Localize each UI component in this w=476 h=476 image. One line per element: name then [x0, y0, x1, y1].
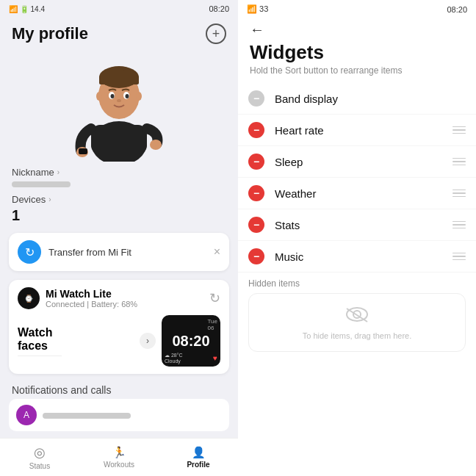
notif-icon: A [16, 405, 37, 425]
music-drag-handle[interactable] [452, 253, 466, 261]
time-right: 08:20 [447, 5, 467, 14]
watch-date: Tue06 [208, 318, 218, 331]
widget-stats[interactable]: − Stats [238, 209, 476, 241]
widget-band-display[interactable]: − Band display [238, 83, 476, 115]
drag-line [452, 256, 466, 257]
music-label: Music [275, 250, 452, 263]
transfer-close-button[interactable]: × [214, 245, 220, 259]
profile-info: Nickname › Devices › 1 [0, 162, 238, 227]
svg-point-4 [150, 140, 162, 150]
device-name: Mi Watch Lite [46, 288, 137, 300]
watch-faces-label: Watchfaces [18, 320, 134, 362]
watch-preview: Tue06 08:20 ☁ 28°CCloudy ♥ [162, 315, 220, 367]
nickname-value-blur [12, 181, 71, 187]
hidden-icon [344, 305, 370, 328]
stats-drag-handle[interactable] [452, 221, 466, 229]
weather-remove-btn[interactable]: − [248, 185, 264, 201]
hidden-drop-zone: To hide items, drag them here. [248, 293, 466, 352]
bottom-nav: ◎ Status 🏃 Workouts 👤 Profile [0, 438, 238, 476]
nickname-label: Nickname [12, 167, 54, 178]
drag-line [452, 133, 466, 134]
device-status: Connected | Battery: 68% [46, 300, 137, 309]
avatar-svg [75, 48, 163, 162]
status-icon: ◎ [34, 444, 46, 461]
devices-row[interactable]: Devices › [12, 192, 226, 207]
device-details: Mi Watch Lite Connected | Battery: 68% [46, 288, 137, 309]
notif-blur [43, 413, 131, 419]
left-panel: 📶 🔋 14.4 08:20 My profile + [0, 0, 238, 476]
profile-header: My profile + [0, 18, 238, 44]
watch-heart-icon: ♥ [213, 354, 217, 362]
svg-point-12 [126, 94, 129, 98]
time-left: 08:20 [209, 4, 229, 13]
drag-line [452, 192, 466, 194]
watch-faces-card: Watchfaces › Tue06 08:20 ☁ 28°CCloudy ♥ [18, 315, 220, 367]
svg-rect-8 [99, 76, 139, 84]
band-display-label: Band display [275, 93, 466, 105]
svg-rect-1 [91, 125, 147, 154]
nav-status[interactable]: ◎ Status [0, 439, 79, 476]
watch-weather: ☁ 28°CCloudy [165, 353, 183, 364]
profile-icon: 👤 [192, 446, 206, 459]
sleep-label: Sleep [275, 156, 452, 168]
widget-heart-rate[interactable]: − Heart rate [238, 115, 476, 146]
svg-point-11 [111, 94, 115, 98]
stats-remove-btn[interactable]: − [248, 217, 264, 233]
watch-faces-arrow[interactable]: › [140, 333, 156, 349]
nav-profile[interactable]: 👤 Profile [159, 439, 238, 476]
drag-line [452, 165, 466, 166]
nav-workouts-label: Workouts [104, 461, 134, 469]
device-icon: ⌚ [18, 287, 40, 309]
device-card: ⌚ Mi Watch Lite Connected | Battery: 68%… [9, 280, 229, 374]
devices-chevron: › [48, 195, 51, 203]
svg-point-13 [117, 99, 121, 102]
refresh-button[interactable]: ↻ [209, 290, 220, 306]
right-panel: 📶 33 08:20 ← Widgets Hold the Sort butto… [238, 0, 476, 476]
svg-rect-3 [79, 148, 87, 154]
add-profile-button[interactable]: + [206, 24, 226, 44]
svg-point-14 [96, 92, 102, 101]
heart-rate-drag-handle[interactable] [452, 126, 466, 134]
music-remove-btn[interactable]: − [248, 248, 264, 264]
drag-line [452, 253, 466, 254]
widget-music[interactable]: − Music [238, 241, 476, 273]
sleep-drag-handle[interactable] [452, 158, 466, 166]
widget-weather[interactable]: − Weather [238, 178, 476, 209]
signal-icons-right: 📶 33 [247, 4, 268, 14]
drag-line [452, 224, 466, 226]
drag-line [452, 158, 466, 159]
hidden-drop-text: To hide items, drag them here. [303, 331, 412, 340]
transfer-text: Transfer from Mi Fit [48, 247, 214, 258]
eye-slash-icon [344, 306, 370, 323]
watch-bottom: ☁ 28°CCloudy ♥ [162, 353, 220, 364]
watch-time: 08:20 [172, 333, 209, 350]
drag-line [452, 129, 466, 131]
drag-line [452, 228, 466, 229]
sleep-remove-btn[interactable]: − [248, 154, 264, 170]
watch-faces-title: Watchfaces [18, 326, 134, 353]
widgets-subtitle: Hold the Sort button to rearrange items [250, 65, 464, 76]
profile-title: My profile [12, 24, 88, 43]
hidden-section: Hidden items To hide items, drag them he… [238, 273, 476, 355]
widgets-header: ← Widgets Hold the Sort button to rearra… [238, 18, 476, 77]
notification-item[interactable]: A [9, 399, 229, 431]
band-display-remove-btn[interactable]: − [248, 90, 264, 107]
heart-rate-remove-btn[interactable]: − [248, 122, 264, 138]
nav-workouts[interactable]: 🏃 Workouts [79, 439, 159, 476]
widget-sleep[interactable]: − Sleep [238, 146, 476, 178]
transfer-icon: ↻ [18, 240, 41, 264]
nickname-row[interactable]: Nickname › [12, 165, 226, 180]
back-button[interactable]: ← [250, 21, 264, 38]
weather-label: Weather [275, 187, 452, 200]
drag-line [452, 126, 466, 128]
avatar-area [0, 44, 238, 162]
device-header: ⌚ Mi Watch Lite Connected | Battery: 68%… [18, 287, 220, 309]
drag-line [452, 259, 466, 261]
drag-line [452, 190, 466, 191]
svg-point-15 [136, 92, 142, 101]
weather-drag-handle[interactable] [452, 190, 466, 198]
nav-profile-label: Profile [187, 461, 209, 469]
status-bar-right: 📶 33 08:20 [238, 0, 476, 18]
widgets-list: − Band display − Heart rate − Sleep [238, 77, 476, 476]
watch-faces-line [18, 356, 62, 356]
